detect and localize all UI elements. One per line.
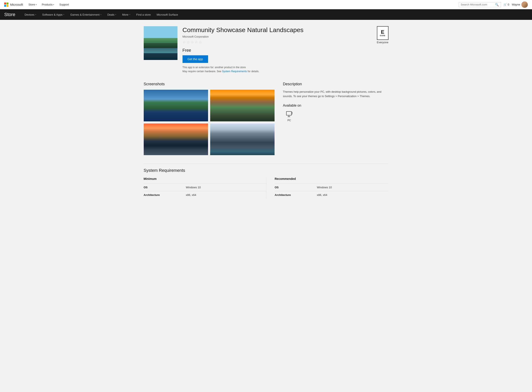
esrb-letter: E (381, 30, 384, 35)
logo-red (4, 3, 6, 5)
description-section: Description Themes help personalize your… (283, 82, 389, 155)
description-title: Description (283, 82, 389, 86)
system-req-link[interactable]: System Requirements (222, 70, 247, 73)
screenshot-2[interactable] (210, 90, 275, 121)
platform-pc: PC (283, 110, 296, 122)
nav-support[interactable]: Support (57, 2, 71, 7)
screenshot-4[interactable] (210, 123, 275, 155)
platform-pc-label: PC (287, 119, 291, 122)
nav-products[interactable]: Products ▾ (40, 2, 56, 7)
min-arch-label: Architecture (144, 193, 186, 196)
rec-arch-label: Architecture (275, 193, 317, 196)
ms-logo[interactable]: Microsoft (4, 3, 23, 7)
sys-req-rec-os: OS Windows 10 (275, 183, 389, 191)
top-nav-right: 🔍 🛒 0 Wayne (459, 1, 528, 8)
screenshots-section: Screenshots (144, 82, 275, 155)
screenshot-3[interactable] (144, 123, 208, 155)
top-nav-links: Store ▾ Products ▾ Support (26, 2, 459, 7)
cart-count: 0 (508, 3, 509, 6)
get-app-button[interactable]: Get the app (183, 55, 208, 63)
avatar-image (522, 1, 528, 8)
user-avatar (522, 1, 528, 8)
top-navigation: Microsoft Store ▾ Products ▾ Support 🔍 🛒… (0, 0, 532, 9)
sys-req-minimum: Minimum OS Windows 10 Architecture x86, … (144, 177, 266, 199)
chevron-games: ▾ (101, 14, 102, 16)
note-end: for details. (248, 70, 259, 73)
screenshots-title: Screenshots (144, 82, 275, 86)
app-title: Community Showcase Natural Landscapes (183, 26, 372, 34)
chevron-software: ▾ (63, 14, 64, 16)
ms-logo-text: Microsoft (10, 3, 23, 6)
rec-arch-value: x86, x64 (317, 193, 389, 196)
search-input[interactable] (461, 3, 495, 6)
nav-store[interactable]: Store ▾ (26, 2, 39, 7)
store-navigation: Store Devices ▾ Software & Apps ▾ Games … (0, 9, 532, 20)
description-text: Themes help personalize your PC, with de… (283, 90, 389, 98)
chevron-products: ▾ (53, 4, 54, 6)
search-button[interactable]: 🔍 (495, 3, 499, 6)
esrb-description: Everyone (377, 41, 389, 44)
sys-req-recommended: Recommended OS Windows 10 Architecture x… (266, 177, 389, 199)
logo-green (7, 3, 9, 5)
store-nav-links: Devices ▾ Software & Apps ▾ Games & Ente… (22, 9, 181, 20)
app-note: This app is an extension for: another pr… (183, 65, 372, 74)
chevron-deals: ▾ (115, 14, 116, 16)
user-name: Wayne (512, 3, 520, 6)
nav-more[interactable]: More ▾ (119, 9, 133, 20)
nav-games[interactable]: Games & Entertainment ▾ (67, 9, 104, 20)
chevron-store: ▾ (36, 4, 37, 6)
system-requirements-section: System Requirements Minimum OS Windows 1… (144, 163, 389, 199)
pc-svg (286, 111, 293, 118)
app-icon-landscape (144, 26, 177, 60)
nav-find-store[interactable]: Find a store (133, 9, 154, 20)
app-publisher: Microsoft Corporation (183, 35, 372, 38)
chevron-devices: ▾ (35, 14, 36, 16)
esrb-sublabel: ESRB (380, 35, 385, 37)
sys-req-min-header: Minimum (144, 177, 266, 181)
app-header: Community Showcase Natural Landscapes Mi… (144, 26, 389, 74)
screenshots-grid (144, 90, 275, 155)
sys-req-grid: Minimum OS Windows 10 Architecture x86, … (144, 177, 389, 199)
min-os-label: OS (144, 186, 186, 189)
app-info: Community Showcase Natural Landscapes Mi… (183, 26, 372, 74)
nav-software-apps[interactable]: Software & Apps ▾ (39, 9, 67, 20)
rec-os-value: Windows 10 (317, 186, 389, 189)
available-on-section: Available on PC (283, 104, 389, 122)
sys-req-min-arch: Architecture x86, x64 (144, 191, 266, 199)
sys-req-rec-arch: Architecture x86, x64 (275, 191, 389, 199)
pc-icon (286, 110, 293, 118)
esrb-badge: E ESRB (377, 26, 389, 40)
store-brand[interactable]: Store (4, 12, 15, 17)
screenshot-1[interactable] (144, 90, 208, 121)
svg-rect-0 (286, 112, 291, 115)
available-on-title: Available on (283, 104, 389, 107)
sys-req-title: System Requirements (144, 168, 389, 173)
nav-ms-surface[interactable]: Microsoft Surface (154, 9, 181, 20)
ms-logo-grid (4, 3, 9, 7)
app-stars: ☆☆☆☆☆ (183, 40, 372, 45)
nav-deals[interactable]: Deals ▾ (104, 9, 119, 20)
logo-yellow (7, 5, 9, 7)
rec-os-label: OS (275, 186, 317, 189)
logo-blue (4, 5, 6, 7)
main-content: Community Showcase Natural Landscapes Mi… (139, 20, 393, 205)
cart-button[interactable]: 🛒 0 (504, 3, 509, 6)
min-arch-value: x86, x64 (186, 193, 266, 196)
svg-rect-3 (291, 112, 292, 114)
note-line2: May require certain hardware. See (183, 70, 221, 73)
sys-req-rec-header: Recommended (275, 177, 389, 181)
sys-req-min-os: OS Windows 10 (144, 183, 266, 191)
note-line1: This app is an extension for: another pr… (183, 66, 246, 69)
section-divider (144, 163, 389, 164)
min-os-value: Windows 10 (186, 186, 266, 189)
nav-devices[interactable]: Devices ▾ (22, 9, 39, 20)
cart-icon: 🛒 (504, 3, 507, 6)
app-icon (144, 26, 177, 60)
app-price: Free (183, 48, 372, 53)
chevron-more: ▾ (129, 14, 130, 16)
content-body: Screenshots Description Themes help pers… (144, 82, 389, 155)
search-box: 🔍 (459, 2, 501, 7)
rating-badge-area: E ESRB Everyone (377, 26, 389, 74)
user-area[interactable]: Wayne (512, 1, 528, 8)
